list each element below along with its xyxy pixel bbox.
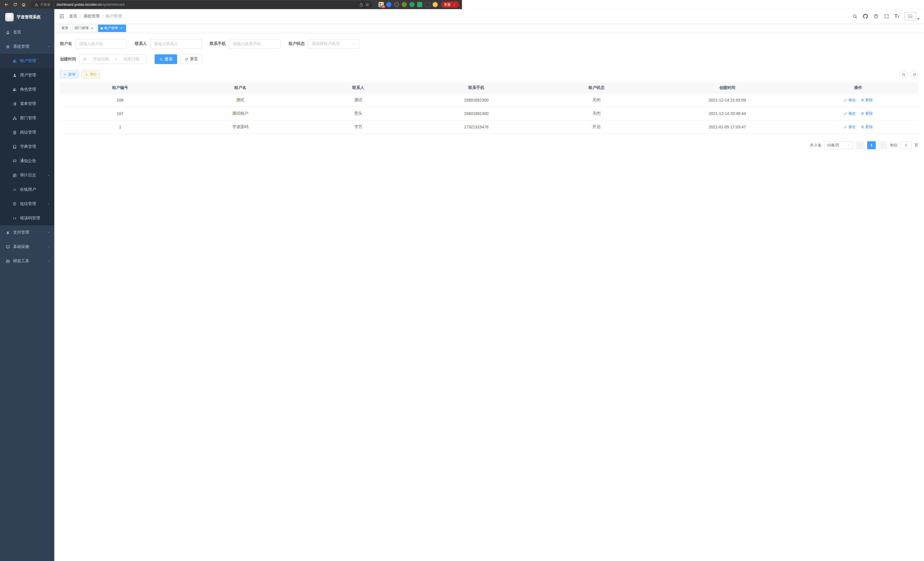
extension-icon-blue[interactable] — [386, 2, 392, 7]
breadcrumb-item[interactable]: 首页 — [69, 14, 77, 19]
sidebar-item-label: 菜单管理 — [20, 101, 36, 106]
plus-icon — [63, 73, 67, 76]
tenant-name-input[interactable] — [75, 39, 127, 49]
extension-icon-chat[interactable] — [417, 2, 422, 7]
cell-tenant-name: 测试租户 — [180, 107, 301, 120]
sidebar-item-role-management[interactable]: 角色管理 — [0, 82, 54, 97]
contact-input[interactable] — [150, 39, 202, 49]
sidebar-item-sms-management[interactable]: 短信管理 — [0, 197, 54, 211]
tab-dept-management[interactable]: 部门管理 × — [72, 25, 97, 32]
url-path: /system/tenant — [101, 3, 124, 7]
add-button[interactable]: 新增 — [60, 70, 79, 78]
sidebar-item-audit-log[interactable]: 审计日志 — [0, 168, 54, 182]
chevron-down-icon — [47, 202, 50, 206]
cell-contact: 秃头 — [300, 107, 416, 120]
sidebar-item-label: 支付管理 — [13, 230, 29, 235]
shield-icon — [13, 202, 17, 206]
breadcrumb-item-current: 租户管理 — [106, 14, 122, 19]
sidebar-item-notice-announcement[interactable]: 通知公告 — [0, 154, 54, 168]
tab-label: 部门管理 — [75, 26, 88, 31]
close-icon[interactable]: × — [90, 26, 94, 30]
browser-back-button[interactable] — [3, 1, 10, 8]
cell-tenant-id: 107 — [60, 107, 180, 120]
filter-contact: 联系人 — [135, 39, 202, 49]
logo-image — [5, 13, 14, 21]
extension-icon-olive[interactable] — [402, 2, 407, 7]
cell-phone: 17321315478 — [416, 120, 462, 134]
browser-menu-icon[interactable]: ⋮ — [453, 3, 456, 7]
address-bar[interactable]: 不安全 dashboard.yudao.iocoder.cn/system/te… — [31, 1, 373, 8]
cell-tenant-name: 芋道源码 — [180, 120, 301, 134]
extension-icon-green[interactable] — [410, 2, 415, 7]
sidebar-item-label: 短信管理 — [20, 201, 36, 206]
audit-log-icon — [13, 173, 17, 177]
search-icon — [159, 57, 163, 61]
sidebar-item-payment-management[interactable]: ¥ 支付管理 — [0, 225, 54, 240]
sidebar-item-dept-management[interactable]: 部门管理 — [0, 111, 54, 125]
security-warning-icon — [34, 3, 39, 7]
browser-reload-button[interactable] — [11, 1, 19, 8]
filter-create-time: 创建时间 开始日期 - 结束日期 — [60, 54, 147, 64]
tab-home[interactable]: 首页 — [59, 25, 71, 32]
breadcrumb: 首页 / 系统管理 / 租户管理 — [69, 14, 122, 19]
date-range-picker[interactable]: 开始日期 - 结束日期 — [80, 54, 147, 64]
dictionary-icon — [13, 145, 17, 149]
sidebar-item-post-management[interactable]: 岗位管理 — [0, 125, 54, 140]
app-title: 芋道管理系统 — [16, 15, 40, 20]
phone-input[interactable] — [229, 39, 280, 49]
cell-phone: 15601691300 — [416, 93, 462, 107]
sidebar-item-label: 用户管理 — [20, 73, 36, 78]
table-row: 107 测试租户 秃头 15601691300 关闭 2021-12-14 20… — [60, 107, 462, 120]
column-header: 租户名 — [180, 82, 301, 93]
sidebar-item-error-code-management[interactable]: 错误码管理 — [0, 211, 54, 225]
sidebar-item-label: 租户管理 — [20, 58, 36, 63]
sidebar: 芋道管理系统 首页 系统管理 租户管理 用户管理 角色管理 菜单管理 — [0, 9, 54, 281]
page-content: 租户名 联系人 联系手机 租户状态 请选择租户状态 — [54, 33, 462, 281]
url-host: dashboard.yudao.iocoder.cn — [57, 3, 101, 7]
browser-update-button[interactable]: 更新 ⋮ — [441, 2, 459, 8]
sidebar-item-system-management[interactable]: 系统管理 — [0, 39, 54, 54]
post-badge-icon — [13, 130, 17, 135]
breadcrumb-item[interactable]: 系统管理 — [83, 14, 99, 19]
share-icon[interactable] — [359, 3, 363, 7]
sidebar-item-tenant-management[interactable]: 租户管理 — [0, 54, 54, 68]
download-icon — [85, 73, 88, 76]
sidebar-item-label: 系统管理 — [13, 44, 29, 49]
sidebar-item-infrastructure[interactable]: 基础设施 — [0, 240, 54, 254]
sidebar-item-dev-tools[interactable]: 研发工具 — [0, 254, 54, 268]
column-header: 联系人 — [300, 82, 416, 93]
tab-tenant-management[interactable]: 租户管理 × — [98, 25, 126, 32]
sidebar-item-menu-management[interactable]: 菜单管理 — [0, 97, 54, 111]
filter-phone: 联系手机 — [210, 39, 280, 49]
browser-home-button[interactable] — [20, 1, 27, 8]
export-button[interactable]: 导出 — [81, 70, 100, 78]
tab-label: 租户管理 — [104, 26, 118, 31]
sidebar-item-label: 研发工具 — [13, 259, 29, 264]
sidebar-item-home[interactable]: 首页 — [0, 25, 54, 39]
bookmark-star-icon[interactable] — [365, 3, 369, 7]
date-end-placeholder: 结束日期 — [119, 57, 143, 62]
extension-icon-paw[interactable] — [425, 2, 430, 7]
status-select[interactable]: 请选择租户状态 — [308, 39, 359, 49]
extension-palette-icon[interactable]: 10 — [379, 2, 384, 7]
close-icon[interactable]: × — [119, 26, 123, 30]
sidebar-toggle-icon[interactable] — [59, 14, 64, 19]
sidebar-item-dict-management[interactable]: 字典管理 — [0, 140, 54, 154]
reset-button[interactable]: 重置 — [180, 54, 202, 64]
monitor-icon — [6, 245, 10, 249]
pagination: 共 3 条 10条/页 1 前往 页 — [60, 141, 462, 149]
back-arrow-icon — [4, 2, 9, 7]
extension-icon-dark-ring[interactable] — [394, 2, 399, 7]
filter-row-2: 创建时间 开始日期 - 结束日期 搜索 重置 — [60, 54, 462, 64]
roles-icon — [13, 87, 17, 92]
sidebar-item-online-users[interactable]: 在线用户 — [0, 182, 54, 197]
filter-tenant-name: 租户名 — [60, 39, 127, 49]
sidebar-item-label: 首页 — [13, 30, 21, 35]
breadcrumb-separator: / — [80, 14, 81, 19]
sidebar-item-label: 审计日志 — [20, 173, 36, 178]
extension-icon-face[interactable] — [433, 2, 438, 7]
sidebar-item-user-management[interactable]: 用户管理 — [0, 68, 54, 82]
sidebar-item-label: 错误码管理 — [20, 216, 40, 221]
search-button[interactable]: 搜索 — [154, 54, 177, 64]
org-tree-icon — [13, 116, 17, 120]
